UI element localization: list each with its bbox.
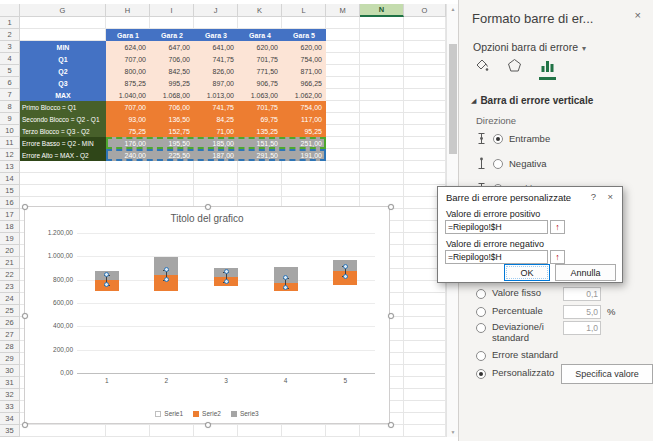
column-header-I[interactable]: I — [150, 4, 194, 17]
table-cell[interactable]: 706,00 — [150, 53, 194, 65]
row-header-8[interactable]: 8 — [0, 101, 20, 113]
chart-resize-handle[interactable] — [388, 422, 394, 428]
row-label-cell[interactable]: Terzo Blocco = Q3 - Q2 — [20, 125, 106, 137]
table-cell[interactable]: 966,25 — [282, 77, 326, 89]
chart-resize-handle[interactable] — [388, 204, 394, 210]
table-cell[interactable]: 906,75 — [238, 77, 282, 89]
table-cell[interactable]: 136,50 — [150, 113, 194, 125]
row-header-18[interactable]: 18 — [0, 221, 20, 233]
table-cell[interactable]: 291,50 — [238, 149, 282, 161]
table-cell[interactable]: 995,25 — [150, 77, 194, 89]
row-header-2[interactable]: 2 — [0, 29, 20, 41]
table-cell[interactable]: 842,50 — [150, 65, 194, 77]
table-cell[interactable]: 771,50 — [238, 65, 282, 77]
amount-option-deviazione-i-standard[interactable]: Deviazione/i standard — [476, 322, 564, 344]
table-cell[interactable]: 647,00 — [150, 41, 194, 53]
table-cell[interactable]: 620,00 — [282, 41, 326, 53]
chart-legend[interactable]: Serie1Serie2Serie3 — [25, 410, 389, 417]
table-cell[interactable]: 741,75 — [194, 53, 238, 65]
table-cell[interactable]: 707,00 — [106, 101, 150, 113]
table-cell[interactable]: 741,75 — [194, 101, 238, 113]
table-cell[interactable]: 800,00 — [106, 65, 150, 77]
row-label-cell[interactable]: Errore Basso = Q2 - MIN — [20, 137, 106, 149]
select-all-corner[interactable] — [0, 4, 20, 17]
table-cell[interactable]: 69,75 — [238, 113, 282, 125]
direction-option-negativa[interactable]: Negativa — [476, 155, 547, 171]
table-cell[interactable]: 71,00 — [194, 125, 238, 137]
error-bar-options-tab[interactable] — [539, 57, 556, 80]
row-header-3[interactable]: 3 — [0, 41, 20, 53]
row-label-cell[interactable]: Secondo Blocco = Q2 - Q1 — [20, 113, 106, 125]
table-cell[interactable]: 185,00 — [194, 137, 238, 149]
amount-value-input[interactable]: 0,1 — [563, 287, 601, 301]
fill-line-tab[interactable] — [473, 57, 490, 80]
row-header-31[interactable]: 31 — [0, 377, 20, 389]
row-header-29[interactable]: 29 — [0, 353, 20, 365]
row-header-34[interactable]: 34 — [0, 413, 20, 425]
radio-button[interactable] — [476, 307, 486, 317]
column-header-G[interactable]: G — [20, 4, 106, 17]
radio-button[interactable] — [476, 351, 486, 361]
ok-button[interactable]: OK — [504, 264, 550, 281]
pane-close-icon[interactable]: × — [635, 9, 641, 21]
row-header-33[interactable]: 33 — [0, 401, 20, 413]
column-header-N[interactable]: N — [360, 4, 404, 17]
radio-button[interactable] — [476, 369, 486, 379]
table-cell[interactable]: 706,00 — [150, 101, 194, 113]
row-header-17[interactable]: 17 — [0, 209, 20, 221]
table-cell[interactable]: 1.068,00 — [150, 89, 194, 101]
row-header-25[interactable]: 25 — [0, 305, 20, 317]
row-header-11[interactable]: 11 — [0, 137, 20, 149]
row-label-cell[interactable]: MIN — [20, 41, 106, 53]
range-picker-icon[interactable]: ↑ — [550, 250, 565, 264]
column-header-L[interactable]: L — [282, 4, 326, 17]
row-label-cell[interactable]: Primo Blocco = Q1 — [20, 101, 106, 113]
row-header-5[interactable]: 5 — [0, 65, 20, 77]
table-cell[interactable]: 251,00 — [282, 137, 326, 149]
row-header-6[interactable]: 6 — [0, 77, 20, 89]
chart-resize-handle[interactable] — [22, 422, 28, 428]
row-header-27[interactable]: 27 — [0, 329, 20, 341]
row-header-4[interactable]: 4 — [0, 53, 20, 65]
amount-value-input[interactable]: 5,0 — [563, 305, 601, 319]
negative-error-input[interactable]: =Riepilogo!$H — [445, 250, 548, 264]
column-header-M[interactable]: M — [326, 4, 360, 17]
legend-item[interactable]: Serie2 — [193, 410, 221, 417]
radio-button[interactable] — [493, 134, 503, 144]
table-cell[interactable]: 701,75 — [238, 53, 282, 65]
row-header-24[interactable]: 24 — [0, 293, 20, 305]
table-header-cell[interactable]: Gara 4 — [238, 29, 282, 41]
cancel-button[interactable]: Annulla — [555, 264, 616, 281]
table-cell[interactable]: 620,00 — [238, 41, 282, 53]
row-header-30[interactable]: 30 — [0, 365, 20, 377]
help-icon[interactable]: ? — [591, 191, 596, 202]
row-header-7[interactable]: 7 — [0, 89, 20, 101]
table-cell[interactable]: 191,00 — [282, 149, 326, 161]
table-cell[interactable]: 135,25 — [238, 125, 282, 137]
row-header-9[interactable]: 9 — [0, 113, 20, 125]
column-header-J[interactable]: J — [194, 4, 238, 17]
table-cell[interactable]: 754,00 — [282, 101, 326, 113]
table-cell[interactable]: 1.062,00 — [282, 89, 326, 101]
row-label-cell[interactable]: Errore Alto = MAX - Q2 — [20, 149, 106, 161]
row-header-10[interactable]: 10 — [0, 125, 20, 137]
radio-button[interactable] — [493, 159, 503, 169]
chart-title[interactable]: Titolo del grafico — [25, 213, 389, 224]
table-cell[interactable]: 871,00 — [282, 65, 326, 77]
amount-option-valore-fisso[interactable]: Valore fisso — [476, 288, 564, 299]
amount-option-personalizzato[interactable]: Personalizzato — [476, 368, 564, 379]
row-header-12[interactable]: 12 — [0, 149, 20, 161]
table-cell[interactable]: 897,00 — [194, 77, 238, 89]
table-header-cell[interactable]: Gara 2 — [150, 29, 194, 41]
table-cell[interactable]: 95,25 — [282, 125, 326, 137]
close-icon[interactable]: × — [607, 191, 613, 202]
row-header-20[interactable]: 20 — [0, 245, 20, 257]
table-cell[interactable]: 826,00 — [194, 65, 238, 77]
row-header-13[interactable]: 13 — [0, 161, 20, 173]
table-header-cell[interactable]: Gara 3 — [194, 29, 238, 41]
chart-resize-handle[interactable] — [205, 422, 211, 428]
table-cell[interactable]: 187,00 — [194, 149, 238, 161]
vertical-error-bar-section[interactable]: ◢Barra di errore verticale — [471, 95, 593, 106]
row-header-23[interactable]: 23 — [0, 281, 20, 293]
pane-section-header[interactable]: Opzioni barra di errore▾ — [473, 41, 586, 53]
